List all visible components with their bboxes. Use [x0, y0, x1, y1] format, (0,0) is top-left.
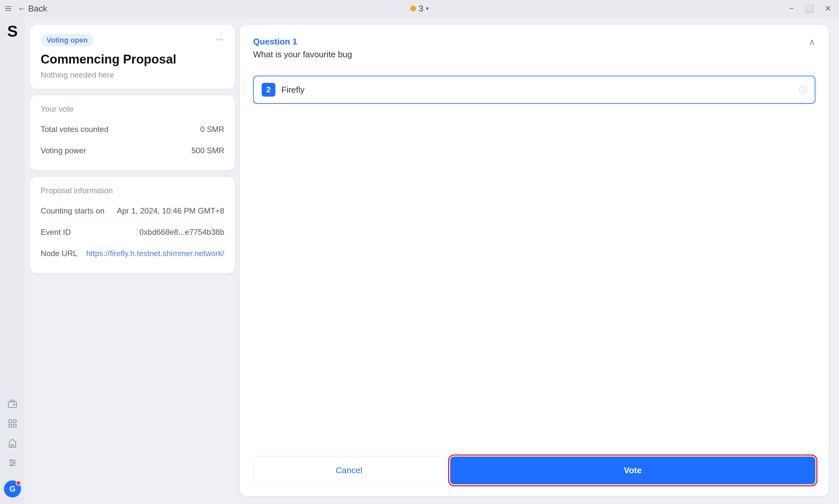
question-header: Question 1 What is your favourite bug ∧ [253, 37, 816, 67]
voting-power-row: Voting power 500 SMR [41, 140, 224, 161]
back-arrow-icon: ← [18, 4, 26, 14]
total-votes-row: Total votes counted 0 SMR [41, 119, 224, 140]
event-id-row: Event ID 0xbd668e8...e7754b38b [41, 222, 224, 243]
your-vote-title: Your vote [41, 105, 224, 114]
sidebar-item-apps[interactable] [4, 415, 21, 432]
svg-rect-2 [9, 420, 12, 423]
close-button[interactable]: ✕ [822, 3, 834, 14]
question-label: Question 1 [253, 37, 352, 47]
question-text: What is your favourite bug [253, 50, 352, 59]
node-url-value: https://firefly.h.testnet.shimmer.networ… [86, 249, 224, 258]
titlebar: ← Back 3 ▾ − ⬜ ✕ [0, 0, 839, 17]
vote-button[interactable]: Vote [450, 456, 816, 484]
svg-point-11 [11, 464, 13, 466]
chevron-up-icon[interactable]: ∧ [808, 37, 816, 48]
app-logo: S [7, 23, 18, 39]
menu-icon[interactable] [5, 6, 11, 11]
sidebar-item-settings[interactable] [4, 454, 21, 471]
info-icon: ⓘ [799, 85, 807, 95]
chevron-down-icon[interactable]: ▾ [426, 5, 429, 12]
event-id-value: 0xbd668e8...e7754b38b [139, 228, 224, 237]
node-url-row: Node URL https://firefly.h.testnet.shimm… [41, 243, 224, 264]
back-label: Back [28, 4, 47, 14]
svg-rect-4 [9, 425, 12, 427]
app-body: S [0, 17, 839, 504]
back-button[interactable]: ← Back [18, 4, 47, 14]
proposal-card: Voting open Commencing Proposal Nothing … [30, 25, 235, 89]
titlebar-left: ← Back [5, 4, 47, 14]
svg-rect-0 [8, 402, 17, 408]
cancel-button[interactable]: Cancel [253, 456, 445, 484]
status-dot [410, 5, 416, 12]
question-content: Question 1 What is your favourite bug [253, 37, 352, 59]
total-votes-label: Total votes counted [41, 125, 108, 134]
svg-point-9 [10, 460, 12, 461]
svg-rect-5 [14, 425, 16, 427]
option-number: 2 [262, 83, 275, 96]
sidebar-item-wallet[interactable] [4, 395, 21, 412]
maximize-button[interactable]: ⬜ [802, 3, 817, 14]
content-area: Voting open Commencing Proposal Nothing … [25, 17, 839, 504]
proposal-info-title: Proposal information [41, 186, 224, 195]
voting-power-label: Voting power [41, 146, 86, 155]
proposal-title: Commencing Proposal [41, 52, 176, 67]
answer-option[interactable]: 2 Firefly ⓘ [253, 76, 816, 104]
event-id-label: Event ID [41, 228, 71, 237]
proposal-info-card: Proposal information Counting starts on … [30, 177, 235, 273]
option-text: Firefly [281, 85, 793, 95]
svg-rect-3 [14, 420, 16, 423]
voting-power-value: 500 SMR [191, 146, 224, 155]
right-panel: Question 1 What is your favourite bug ∧ … [240, 25, 828, 496]
titlebar-center: 3 ▾ [410, 4, 429, 14]
sidebar-item-governance[interactable] [4, 435, 21, 452]
card-header: Voting open Commencing Proposal Nothing … [41, 34, 224, 79]
counting-starts-label: Counting starts on [41, 206, 105, 215]
proposal-header-content: Voting open Commencing Proposal Nothing … [41, 34, 176, 79]
window-controls: − ⬜ ✕ [787, 3, 834, 14]
left-panel: Voting open Commencing Proposal Nothing … [30, 25, 240, 496]
avatar-button[interactable]: G [4, 481, 21, 498]
svg-point-10 [14, 462, 15, 464]
proposal-description: Nothing needed here [41, 70, 176, 79]
right-panel-footer: Cancel Vote [253, 450, 816, 484]
connection-count: 3 [419, 4, 423, 14]
node-url-label: Node URL [41, 249, 78, 258]
right-panel-spacer [253, 109, 816, 450]
your-vote-card: Your vote Total votes counted 0 SMR Voti… [30, 95, 235, 170]
minimize-button[interactable]: − [787, 3, 797, 14]
avatar-notification-badge [16, 481, 21, 486]
sidebar: S [0, 17, 25, 504]
counting-starts-value: Apr 1, 2024, 10:46 PM GMT+8 [117, 206, 224, 215]
svg-point-1 [14, 404, 15, 406]
counting-starts-row: Counting starts on Apr 1, 2024, 10:46 PM… [41, 200, 224, 222]
more-options-button[interactable]: ··· [214, 34, 224, 44]
total-votes-value: 0 SMR [200, 125, 224, 134]
status-badge: Voting open [41, 34, 93, 47]
